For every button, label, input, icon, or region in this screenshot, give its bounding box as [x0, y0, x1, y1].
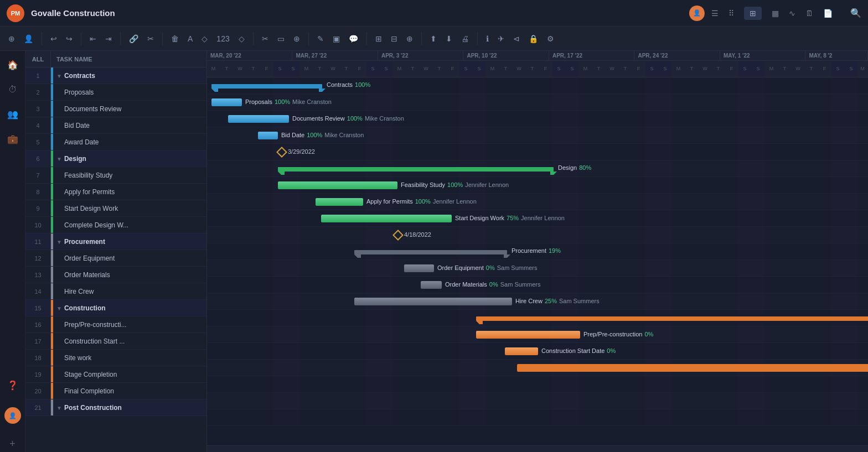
task-row[interactable]: 11▼Procurement — [25, 233, 206, 250]
nav-work-icon[interactable]: 💼 — [4, 131, 22, 148]
gantt-row[interactable]: Prep/Pre-construction0% — [207, 326, 868, 343]
gantt-row[interactable]: Order Materials0%Sam Summers — [207, 277, 868, 293]
gantt-row[interactable]: Start Design Work75%Jennifer Lennon — [207, 210, 868, 227]
gantt-row[interactable]: Design80% — [207, 160, 868, 177]
task-row[interactable]: 10Complete Design W... — [25, 217, 206, 233]
task-num: 16 — [25, 316, 51, 332]
nav-help-icon[interactable]: ❓ — [4, 377, 22, 394]
gantt-day-cell: T — [313, 61, 327, 77]
gantt-row[interactable]: Construction — [207, 310, 868, 326]
nav-timeline-icon[interactable]: ⏱ — [5, 81, 20, 98]
task-row[interactable]: 5Award Date — [25, 134, 206, 150]
task-row[interactable]: 21▼Post Construction — [25, 399, 206, 416]
nav-people-icon[interactable]: 👥 — [4, 106, 22, 123]
expand-icon[interactable]: ▼ — [56, 156, 62, 162]
text-btn[interactable]: A — [185, 32, 195, 45]
task-row[interactable]: 6▼Design — [25, 150, 206, 167]
gantt-row[interactable]: Proposals100%Mike Cranston — [207, 94, 868, 111]
gantt-scrollbar[interactable] — [207, 445, 868, 452]
user-avatar[interactable]: 👤 — [689, 6, 705, 21]
nav-home-icon[interactable]: 🏠 — [4, 56, 22, 74]
expand-icon[interactable]: ▼ — [56, 73, 62, 79]
gantt-row[interactable]: Construction Start Date0% — [207, 343, 868, 360]
task-row[interactable]: 4Bid Date — [25, 117, 206, 134]
gantt-row[interactable] — [207, 393, 868, 409]
add-task-btn[interactable]: ⊕ — [6, 32, 18, 45]
gantt-panel[interactable]: MAR, 20 '22MAR, 27 '22APR, 3 '22APR, 10 … — [207, 51, 868, 452]
task-row[interactable]: 16Prep/Pre-constructi... — [25, 316, 206, 333]
link-btn[interactable]: 🔗 — [126, 32, 141, 45]
nav-user-avatar[interactable]: 👤 — [4, 407, 21, 424]
gantt-row[interactable] — [207, 376, 868, 393]
expand-icon[interactable]: ▼ — [56, 305, 62, 311]
redo-btn[interactable]: ↪ — [63, 32, 75, 45]
outdent-btn[interactable]: ⇤ — [87, 32, 99, 45]
task-row[interactable]: 1▼Contracts — [25, 67, 206, 84]
paste-btn[interactable]: ⊕ — [291, 32, 303, 45]
split-view-icon[interactable]: ⊞ — [744, 7, 762, 20]
gantt-row[interactable]: Apply for Permits100%Jennifer Lennon — [207, 194, 868, 210]
task-row[interactable]: 14Hire Crew — [25, 283, 206, 300]
zoom-btn[interactable]: ⊕ — [404, 32, 416, 45]
search-icon[interactable]: 🔍 — [850, 8, 861, 18]
gantt-row[interactable]: 4/18/2022 — [207, 227, 868, 243]
info-btn[interactable]: ℹ — [483, 32, 492, 45]
comment-btn[interactable]: 💬 — [346, 32, 361, 45]
diamond-btn[interactable]: ◇ — [236, 32, 247, 45]
task-row[interactable]: 15▼Construction — [25, 300, 206, 316]
split-h-btn[interactable]: ⊟ — [388, 32, 400, 45]
task-row[interactable]: 19Stage Completion — [25, 366, 206, 383]
gantt-row[interactable] — [207, 360, 868, 376]
delete-btn[interactable]: 🗑 — [168, 32, 182, 45]
task-row[interactable]: 8Apply for Permits — [25, 184, 206, 200]
task-row[interactable]: 20Final Completion — [25, 383, 206, 399]
indent-btn[interactable]: ⇥ — [102, 32, 115, 45]
cut-btn[interactable]: ✂ — [259, 32, 271, 45]
task-list[interactable]: 1▼Contracts2Proposals3Documents Review4B… — [25, 67, 206, 452]
lock-btn[interactable]: 🔒 — [526, 32, 541, 45]
pen-btn[interactable]: ✎ — [314, 32, 327, 45]
gantt-row[interactable]: Procurement19% — [207, 243, 868, 260]
add-person-btn[interactable]: 👤 — [21, 32, 36, 45]
task-row[interactable]: 2Proposals — [25, 84, 206, 101]
task-row[interactable]: 12Order Equipment — [25, 250, 206, 267]
app-icon[interactable]: PM — [7, 4, 24, 22]
gantt-row[interactable]: Order Equipment0%Sam Summers — [207, 260, 868, 277]
table-btn[interactable]: ▣ — [330, 32, 343, 45]
upload-btn[interactable]: ⬆ — [427, 32, 440, 45]
task-row[interactable]: 3Documents Review — [25, 101, 206, 117]
copy-btn[interactable]: ▭ — [275, 32, 287, 45]
shape-btn[interactable]: ◇ — [199, 32, 210, 45]
table-view-icon[interactable]: ▦ — [772, 9, 779, 18]
list-view-icon[interactable]: ☰ — [711, 9, 719, 18]
send-btn[interactable]: ✈ — [495, 32, 507, 45]
expand-icon[interactable]: ▼ — [56, 239, 62, 245]
weekend-col — [831, 111, 845, 127]
doc-view-icon[interactable]: 📄 — [823, 9, 833, 18]
gantt-row[interactable]: Hire Crew25%Sam Summers — [207, 293, 868, 310]
gantt-view-icon[interactable]: ⠿ — [728, 9, 734, 18]
task-row[interactable]: 9Start Design Work — [25, 200, 206, 217]
filter-btn[interactable]: ⊲ — [510, 32, 523, 45]
expand-icon[interactable]: ▼ — [56, 405, 62, 411]
settings-btn[interactable]: ⚙ — [544, 32, 557, 45]
download-btn[interactable]: ⬇ — [443, 32, 455, 45]
calendar-view-icon[interactable]: 🗓 — [805, 9, 813, 18]
nav-add-icon[interactable]: + — [7, 436, 18, 452]
chart-view-icon[interactable]: ∿ — [789, 9, 795, 18]
unlink-btn[interactable]: ✂ — [144, 32, 157, 45]
task-row[interactable]: 17Construction Start ... — [25, 333, 206, 350]
task-row[interactable]: 13Order Materials — [25, 267, 206, 283]
number-btn[interactable]: 123 — [214, 32, 232, 45]
gantt-row[interactable]: Feasibility Study100%Jennifer Lennon — [207, 177, 868, 194]
task-row[interactable]: 18Site work — [25, 350, 206, 366]
split-view-btn[interactable]: ⊞ — [373, 32, 385, 45]
gantt-row[interactable] — [207, 409, 868, 426]
print-btn[interactable]: 🖨 — [458, 32, 472, 45]
gantt-row[interactable]: Documents Review100%Mike Cranston — [207, 111, 868, 127]
gantt-row[interactable]: 3/29/2022 — [207, 144, 868, 160]
undo-btn[interactable]: ↩ — [48, 32, 60, 45]
task-row[interactable]: 7Feasibility Study — [25, 167, 206, 184]
gantt-row[interactable]: Contracts100% — [207, 77, 868, 94]
gantt-row[interactable]: Bid Date100%Mike Cranston — [207, 127, 868, 144]
